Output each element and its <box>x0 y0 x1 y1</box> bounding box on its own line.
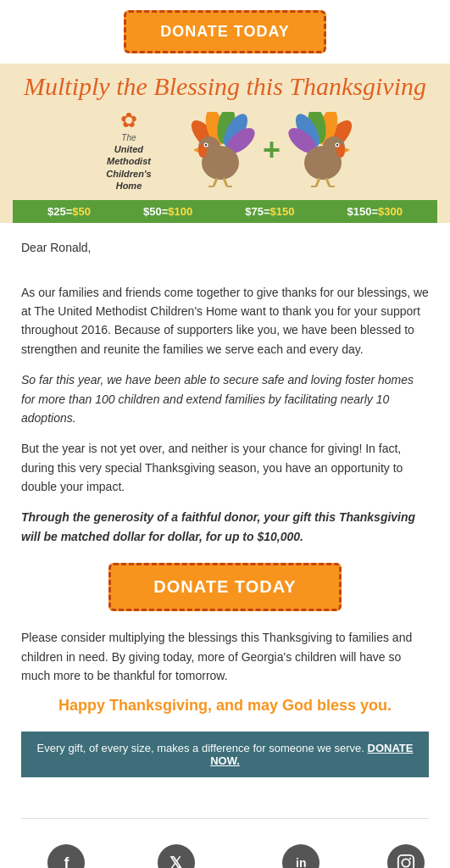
donate-mid-button[interactable]: DONATE TODAY <box>108 563 341 611</box>
para5: Please consider multiplying the blessing… <box>21 628 429 685</box>
svg-line-27 <box>326 178 330 186</box>
svg-marker-25 <box>345 147 350 153</box>
social-item-instagram: Instagram <box>385 844 426 868</box>
social-item-linkedin: in Connect with us on LinkedIn <box>242 844 359 868</box>
divider <box>21 818 429 819</box>
match-item-3: $75=$150 <box>245 205 294 218</box>
greeting: Dear Ronald, <box>21 238 429 257</box>
svg-line-11 <box>214 178 217 186</box>
header-banner: Multiply the Blessing this Thanksgiving … <box>0 64 450 223</box>
donate-top-button[interactable]: DONATE TODAY <box>124 10 326 53</box>
plus-icon: + <box>263 132 281 168</box>
svg-point-31 <box>402 860 409 867</box>
svg-point-32 <box>409 858 411 860</box>
donate-now-link[interactable]: DONATE NOW. <box>210 742 413 767</box>
facebook-icon[interactable]: f <box>47 844 85 868</box>
para2: So far this year, we have been able to s… <box>21 370 429 427</box>
top-donate-bar: DONATE TODAY <box>0 0 450 64</box>
blessing-text: Happy Thanksgiving, and may God bless yo… <box>21 697 429 715</box>
para3: But the year is not yet over, and neithe… <box>21 439 429 496</box>
match-item-2: $50=$100 <box>143 205 192 218</box>
turkey-left-icon <box>180 112 256 188</box>
banner-title: Multiply the Blessing this Thanksgiving <box>13 72 437 100</box>
para1: As our families and friends come togethe… <box>21 283 429 359</box>
match-item-1: $25=$50 <box>47 205 91 218</box>
match-row: $25=$50 $50=$100 $75=$150 $150=$300 <box>13 200 437 223</box>
social-item-facebook: f Like us on Facebook <box>24 844 110 868</box>
logo-text: TheUnitedMethodistChildren'sHome <box>106 132 151 192</box>
logo-flower-icon: ✿ <box>120 108 137 132</box>
svg-rect-30 <box>398 855 414 868</box>
banner-content: ✿ TheUnitedMethodistChildren'sHome <box>13 104 437 200</box>
social-row: f Like us on Facebook 𝕏 Follow us on Twi… <box>0 832 450 868</box>
svg-line-12 <box>224 178 227 186</box>
instagram-icon[interactable] <box>387 844 425 868</box>
social-item-twitter: 𝕏 Follow us on Twitter <box>135 844 217 868</box>
turkey-right-icon <box>287 112 364 188</box>
svg-point-24 <box>336 144 338 146</box>
svg-point-9 <box>205 144 207 146</box>
twitter-icon[interactable]: 𝕏 <box>158 844 195 868</box>
teal-banner: Every gift, of every size, makes a diffe… <box>21 732 429 777</box>
match-item-4: $150=$300 <box>347 205 403 218</box>
turkey-illustration-area: + <box>180 112 364 188</box>
logo-area: ✿ TheUnitedMethodistChildren'sHome <box>86 108 171 192</box>
para4: Through the generosity of a faithful don… <box>21 508 429 546</box>
main-content: Dear Ronald, As our families and friends… <box>0 223 450 805</box>
linkedin-icon[interactable]: in <box>282 844 319 868</box>
svg-line-26 <box>316 178 319 186</box>
mid-donate-wrap: DONATE TODAY <box>21 563 429 611</box>
svg-marker-10 <box>193 147 198 153</box>
